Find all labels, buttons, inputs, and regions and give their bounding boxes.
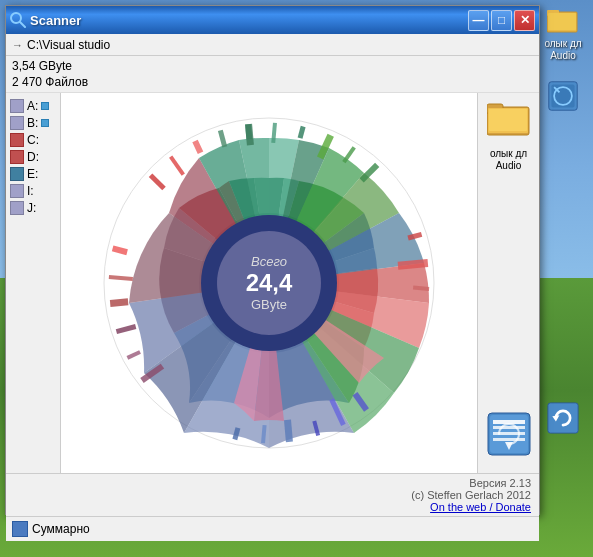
right-panel: олык длAudio [477, 93, 539, 473]
svg-rect-49 [493, 432, 525, 435]
summary-bar: Суммарно [6, 516, 539, 541]
drive-d[interactable]: D: [10, 150, 56, 164]
drive-i-label: I: [27, 184, 34, 198]
folder-button[interactable] [487, 99, 531, 140]
drive-d-label: D: [27, 150, 39, 164]
drive-b[interactable]: B: [10, 116, 56, 130]
desktop-icon-folder[interactable]: олык длAudio [533, 0, 593, 66]
scanner-window: Scanner — □ ✕ → C:\Visual studio 3,54 GB… [5, 5, 540, 515]
drive-j-label: J: [27, 201, 36, 215]
sunburst-svg [99, 113, 439, 453]
drive-j-icon [10, 201, 24, 215]
titlebar: Scanner — □ ✕ [6, 6, 539, 34]
main-content: A: B: C: D: E: I: [6, 93, 539, 473]
drive-b-bar [41, 119, 49, 127]
navigation-arrow: → [12, 39, 23, 51]
chart-area: Всего 24,4 GByte [61, 93, 477, 473]
drive-a[interactable]: A: [10, 99, 56, 113]
summary-button[interactable]: Суммарно [12, 521, 90, 537]
address-bar: → C:\Visual studio [6, 34, 539, 56]
drive-a-bar [41, 102, 49, 110]
desktop-icon-scanner[interactable] [533, 66, 593, 118]
drive-d-icon [10, 150, 24, 164]
drive-e-label: E: [27, 167, 38, 181]
desktop-icon-label: олык длAudio [544, 38, 581, 62]
file-count-row: 2 470 Файлов [12, 74, 533, 90]
svg-rect-8 [548, 403, 578, 433]
svg-rect-45 [489, 109, 527, 131]
folder-icon [547, 4, 579, 36]
close-button[interactable]: ✕ [514, 10, 535, 31]
drive-b-icon [10, 116, 24, 130]
copyright-text: (c) Steffen Gerlach 2012 [14, 489, 531, 501]
summary-icon [12, 521, 28, 537]
minimize-button[interactable]: — [468, 10, 489, 31]
scan-button[interactable] [487, 412, 531, 459]
folder-label: олык длAudio [490, 148, 527, 172]
svg-rect-48 [493, 426, 525, 429]
drive-b-label: B: [27, 116, 38, 130]
drives-sidebar: A: B: C: D: E: I: [6, 93, 61, 473]
maximize-button[interactable]: □ [491, 10, 512, 31]
drive-i-icon [10, 184, 24, 198]
file-size-row: 3,54 GByte [12, 58, 533, 74]
address-path: C:\Visual studio [27, 38, 110, 52]
desktop-icon-area: олык длAudio [533, 0, 593, 440]
info-rows: 3,54 GByte 2 470 Файлов [6, 56, 539, 93]
drive-a-label: A: [27, 99, 38, 113]
summary-label: Суммарно [32, 522, 90, 536]
titlebar-controls: — □ ✕ [468, 10, 535, 31]
web-donate-link[interactable]: On the web / Donate [14, 501, 531, 513]
drive-j[interactable]: J: [10, 201, 56, 215]
drive-i[interactable]: I: [10, 184, 56, 198]
footer: Версия 2.13 (c) Steffen Gerlach 2012 On … [6, 473, 539, 516]
version-text: Версия 2.13 [14, 477, 531, 489]
svg-rect-3 [548, 13, 576, 30]
window-title: Scanner [30, 13, 468, 28]
drive-c-label: C: [27, 133, 39, 147]
drive-a-icon [10, 99, 24, 113]
drive-e[interactable]: E: [10, 167, 56, 181]
svg-rect-50 [493, 438, 525, 441]
desktop-icon-refresh[interactable] [533, 398, 593, 440]
drive-e-icon [10, 167, 24, 181]
drive-c[interactable]: C: [10, 133, 56, 147]
titlebar-icon [10, 12, 26, 28]
svg-line-11 [20, 22, 25, 27]
sunburst-chart[interactable]: Всего 24,4 GByte [99, 113, 439, 453]
scanner-icon [547, 80, 579, 112]
refresh-icon [547, 402, 579, 434]
drive-c-icon [10, 133, 24, 147]
svg-point-41 [217, 231, 321, 335]
